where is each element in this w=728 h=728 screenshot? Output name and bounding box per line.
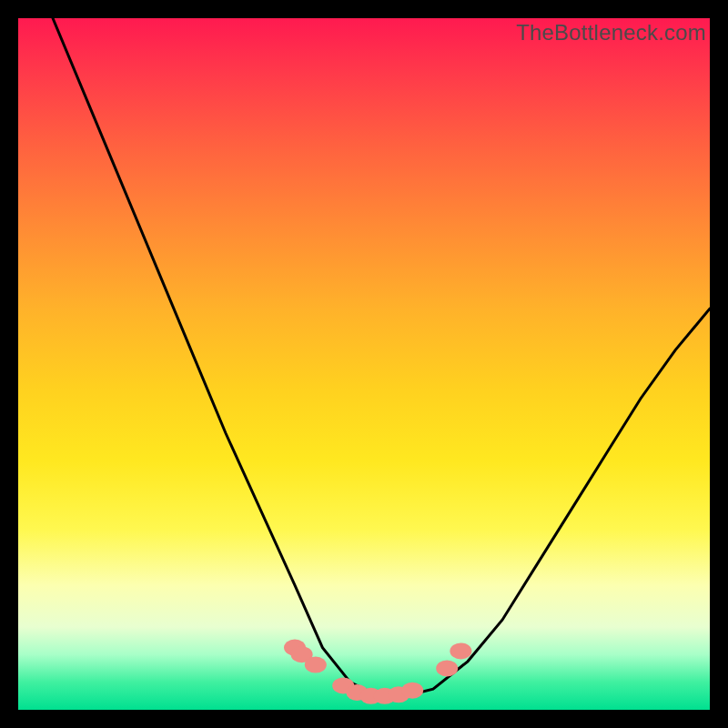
curve-markers: [284, 640, 471, 704]
chart-svg: [18, 18, 710, 710]
watermark-text: TheBottleneck.com: [516, 20, 706, 46]
marker-point: [305, 657, 327, 673]
curve-path: [53, 18, 710, 696]
marker-point: [401, 682, 423, 699]
marker-point: [436, 660, 458, 676]
chart-frame: TheBottleneck.com: [0, 0, 728, 728]
marker-point: [450, 642, 471, 659]
plot-area: [18, 18, 710, 710]
